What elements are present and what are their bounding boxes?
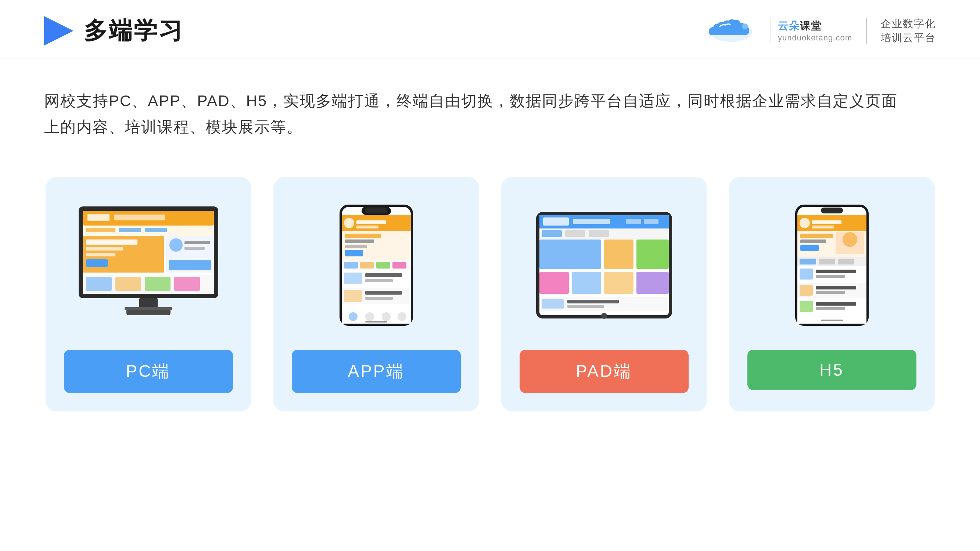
svg-rect-84 bbox=[567, 300, 619, 303]
svg-rect-50 bbox=[344, 273, 362, 284]
svg-rect-109 bbox=[816, 286, 856, 289]
svg-rect-104 bbox=[800, 268, 813, 279]
brand-cloud-icon bbox=[702, 16, 760, 46]
svg-rect-40 bbox=[345, 233, 382, 238]
svg-rect-14 bbox=[86, 240, 137, 245]
svg-rect-83 bbox=[542, 299, 564, 308]
svg-rect-7 bbox=[88, 214, 110, 221]
svg-rect-34 bbox=[365, 208, 387, 213]
svg-rect-85 bbox=[567, 305, 604, 308]
tablet-svg bbox=[531, 206, 678, 324]
svg-rect-105 bbox=[816, 270, 856, 273]
svg-rect-43 bbox=[345, 250, 363, 256]
svg-rect-56 bbox=[365, 297, 393, 300]
svg-rect-106 bbox=[816, 275, 845, 278]
svg-rect-110 bbox=[816, 291, 845, 294]
svg-rect-75 bbox=[539, 240, 601, 269]
svg-rect-15 bbox=[86, 247, 123, 251]
svg-rect-11 bbox=[119, 228, 141, 232]
svg-rect-96 bbox=[800, 245, 819, 251]
svg-rect-59 bbox=[365, 312, 374, 321]
svg-rect-26 bbox=[145, 277, 170, 291]
svg-rect-8 bbox=[114, 214, 165, 221]
svg-rect-81 bbox=[636, 272, 669, 294]
svg-rect-61 bbox=[398, 312, 406, 321]
app-device-image bbox=[296, 199, 457, 331]
svg-rect-113 bbox=[816, 302, 856, 306]
svg-point-2 bbox=[742, 24, 748, 29]
svg-rect-74 bbox=[589, 230, 609, 237]
monitor-svg bbox=[71, 203, 226, 328]
pad-device-image bbox=[523, 199, 685, 331]
pad-label: PAD端 bbox=[520, 350, 689, 393]
svg-rect-79 bbox=[572, 272, 601, 294]
svg-rect-47 bbox=[376, 262, 390, 268]
brand-url: yunduoketang.com bbox=[778, 33, 852, 43]
pc-label: PC端 bbox=[64, 350, 233, 393]
h5-card: H5 bbox=[729, 177, 935, 411]
svg-rect-58 bbox=[349, 312, 358, 321]
svg-rect-27 bbox=[174, 277, 200, 291]
svg-rect-101 bbox=[819, 259, 835, 265]
page-title: 多端学习 bbox=[84, 15, 184, 47]
svg-rect-94 bbox=[800, 233, 834, 238]
svg-rect-114 bbox=[816, 307, 845, 310]
svg-rect-92 bbox=[812, 225, 834, 229]
svg-rect-102 bbox=[838, 259, 854, 265]
svg-rect-45 bbox=[344, 262, 358, 268]
svg-rect-116 bbox=[821, 319, 843, 321]
svg-rect-21 bbox=[185, 247, 205, 250]
svg-rect-78 bbox=[539, 272, 569, 294]
description-line2: 上的内容、培训课程、模块展示等。 bbox=[44, 114, 936, 140]
svg-rect-30 bbox=[124, 307, 172, 310]
svg-rect-73 bbox=[565, 230, 585, 237]
app-label: APP端 bbox=[292, 350, 461, 393]
vertical-divider bbox=[866, 18, 867, 44]
svg-point-98 bbox=[843, 232, 857, 247]
svg-rect-80 bbox=[604, 272, 633, 294]
logo-left: 多端学习 bbox=[44, 15, 184, 47]
svg-rect-54 bbox=[344, 290, 362, 302]
svg-rect-22 bbox=[169, 260, 211, 270]
svg-rect-24 bbox=[86, 277, 112, 291]
description: 网校支持PC、APP、PAD、H5，实现多端打通，终端自由切换，数据同步跨平台自… bbox=[0, 59, 980, 140]
svg-rect-17 bbox=[86, 259, 108, 267]
svg-rect-41 bbox=[345, 240, 374, 243]
svg-rect-6 bbox=[83, 211, 214, 213]
brand-name: 云朵课堂 bbox=[778, 19, 822, 33]
svg-rect-48 bbox=[393, 262, 406, 268]
svg-rect-112 bbox=[800, 301, 813, 312]
svg-rect-10 bbox=[86, 228, 115, 232]
svg-rect-91 bbox=[812, 221, 842, 224]
svg-point-65 bbox=[601, 313, 607, 319]
svg-rect-69 bbox=[626, 219, 641, 224]
brand-tagline-1: 企业数字化 bbox=[881, 17, 936, 31]
svg-rect-95 bbox=[800, 240, 826, 243]
svg-rect-12 bbox=[145, 228, 167, 232]
logo-right: 云朵课堂 yunduoketang.com 企业数字化 培训云平台 bbox=[702, 16, 936, 46]
svg-point-19 bbox=[169, 238, 183, 252]
svg-rect-100 bbox=[800, 259, 816, 265]
svg-rect-55 bbox=[365, 291, 402, 295]
svg-rect-37 bbox=[356, 221, 386, 224]
svg-rect-42 bbox=[345, 245, 367, 248]
svg-rect-25 bbox=[115, 277, 141, 291]
cards-container: PC端 bbox=[0, 140, 980, 411]
h5-label: H5 bbox=[748, 350, 916, 390]
phone-svg-app bbox=[336, 203, 417, 328]
phone-svg-h5 bbox=[792, 203, 872, 328]
brand-taglines: 企业数字化 培训云平台 bbox=[881, 17, 936, 45]
h5-device-image bbox=[751, 199, 913, 331]
svg-rect-38 bbox=[356, 225, 379, 229]
svg-rect-115 bbox=[797, 315, 867, 324]
svg-rect-72 bbox=[542, 230, 562, 237]
svg-rect-62 bbox=[365, 321, 387, 322]
header: 多端学习 云朵课堂 yunduoketang.com 企业数字化 培训云平台 bbox=[0, 0, 980, 47]
svg-rect-76 bbox=[604, 240, 633, 269]
svg-rect-77 bbox=[636, 240, 669, 269]
pc-device-image bbox=[68, 199, 229, 331]
pad-card: PAD端 bbox=[501, 177, 707, 411]
svg-rect-51 bbox=[365, 273, 402, 277]
brand-tagline-2: 培训云平台 bbox=[881, 31, 936, 45]
svg-rect-52 bbox=[365, 279, 393, 282]
